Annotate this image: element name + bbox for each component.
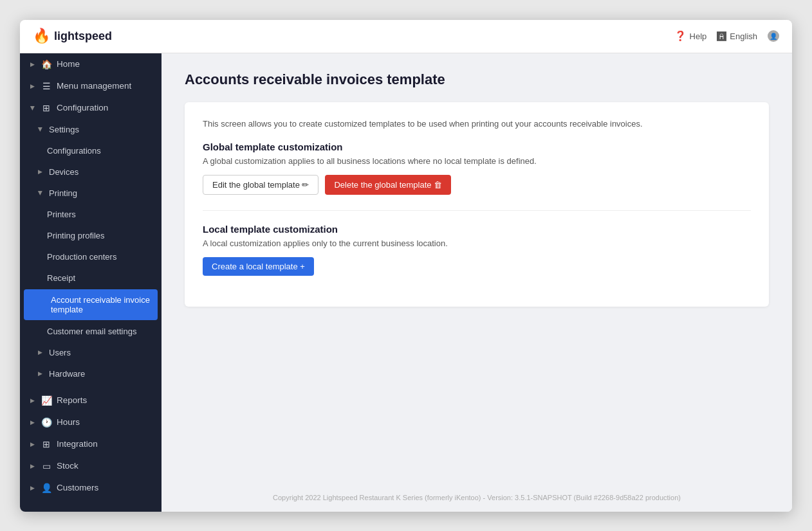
sidebar-item-hours[interactable]: ▶ 🕐 Hours (20, 411, 161, 433)
logo-icon: 🔥 (33, 28, 50, 44)
reports-icon: 📈 (41, 395, 51, 406)
chevron-stock: ▶ (30, 463, 35, 469)
sidebar-item-printing-profiles[interactable]: Printing profiles (20, 225, 161, 246)
sidebar-item-printers[interactable]: Printers (20, 204, 161, 225)
page-title: Accounts receivable invoices template (185, 71, 769, 88)
help-label: Help (690, 32, 707, 41)
content: Accounts receivable invoices template Th… (161, 53, 792, 512)
language-button[interactable]: 🅰 English (717, 31, 757, 42)
help-icon: ❓ (674, 30, 687, 42)
sidebar-item-menu-management[interactable]: ▶ ☰ Menu management (20, 75, 161, 97)
sidebar-label-config: Configuration (57, 103, 108, 113)
create-local-template-button[interactable]: Create a local template + (203, 257, 314, 276)
logo: 🔥 lightspeed (33, 28, 112, 44)
sidebar-label-customer-email: Customer email settings (47, 327, 136, 336)
local-desc: A local customization applies only to th… (203, 239, 751, 248)
sidebar-label-integration: Integration (57, 439, 98, 449)
user-button[interactable]: 👤 (768, 30, 779, 42)
local-btn-row: Create a local template + (203, 257, 751, 276)
chevron-home: ▶ (30, 61, 35, 68)
user-icon: 👤 (768, 30, 779, 42)
stock-icon: ▭ (41, 461, 51, 471)
copyright-text: Copyright 2022 Lightspeed Restaurant K S… (273, 494, 681, 501)
chevron-devices: ▶ (38, 168, 42, 175)
chevron-settings: ▶ (37, 127, 44, 132)
sidebar-label-printing-profiles: Printing profiles (47, 231, 105, 240)
config-icon: ⊞ (41, 103, 51, 113)
sidebar-item-customer-email[interactable]: Customer email settings (20, 321, 161, 342)
sidebar-item-receipt[interactable]: Receipt (20, 267, 161, 289)
sidebar-label-printers: Printers (47, 210, 76, 219)
sidebar-label-receipt: Receipt (47, 273, 75, 283)
sidebar-item-account-receivable[interactable]: Account receivable invoice template (24, 289, 158, 320)
card-intro: This screen allows you to create customi… (203, 118, 751, 130)
delete-global-template-button[interactable]: Delete the global template 🗑 (325, 175, 451, 195)
sidebar-item-devices[interactable]: ▶ Devices (20, 161, 161, 183)
sidebar-label-menu: Menu management (57, 81, 131, 91)
language-icon: 🅰 (717, 31, 726, 42)
home-icon: 🏠 (41, 59, 51, 69)
local-title: Local template customization (203, 224, 751, 235)
integration-icon: ⊞ (41, 439, 51, 449)
global-section: Global template customization A global c… (203, 141, 751, 195)
main-card: This screen allows you to create customi… (185, 102, 769, 307)
chevron-menu: ▶ (30, 83, 35, 89)
sidebar-label-reports: Reports (57, 395, 87, 405)
help-button[interactable]: ❓ Help (674, 30, 707, 42)
sidebar-item-home[interactable]: ▶ 🏠 Home (20, 53, 161, 75)
global-title: Global template customization (203, 141, 751, 152)
chevron-users: ▶ (38, 349, 42, 356)
sidebar-label-devices: Devices (49, 167, 78, 177)
hours-icon: 🕐 (41, 417, 51, 428)
sidebar-label-configurations: Configurations (47, 146, 101, 156)
global-desc: A global customization applies to all bu… (203, 156, 751, 166)
topbar-right: ❓ Help 🅰 English 👤 (674, 30, 779, 42)
section-divider (203, 210, 751, 211)
sidebar-label-users: Users (49, 348, 71, 357)
chevron-hardware: ▶ (38, 370, 42, 377)
language-label: English (730, 32, 757, 41)
sidebar-item-settings[interactable]: ▶ Settings (20, 119, 161, 140)
sidebar-label-hardware: Hardware (49, 369, 85, 379)
sidebar-label-settings: Settings (49, 125, 79, 134)
chevron-customers: ▶ (30, 485, 35, 491)
sidebar-item-production-centers[interactable]: Production centers (20, 246, 161, 267)
sidebar-label-customers: Customers (57, 483, 98, 492)
footer: Copyright 2022 Lightspeed Restaurant K S… (161, 483, 792, 512)
topbar: 🔥 lightspeed ❓ Help 🅰 English 👤 (20, 20, 792, 53)
sidebar-item-configuration[interactable]: ▶ ⊞ Configuration (20, 97, 161, 119)
sidebar-item-hardware[interactable]: ▶ Hardware (20, 363, 161, 384)
edit-global-template-button[interactable]: Edit the global template ✏ (203, 175, 318, 195)
chevron-printing: ▶ (37, 191, 44, 195)
customers-icon: 👤 (41, 483, 51, 493)
sidebar-item-printing[interactable]: ▶ Printing (20, 183, 161, 204)
sidebar-label-hours: Hours (57, 417, 80, 427)
main-layout: ▶ 🏠 Home ▶ ☰ Menu management ▶ ⊞ Configu… (20, 53, 792, 512)
chevron-integration: ▶ (30, 441, 35, 447)
sidebar-label-account-receivable: Account receivable invoice template (51, 295, 151, 314)
chevron-config: ▶ (30, 105, 36, 110)
sidebar-item-stock[interactable]: ▶ ▭ Stock (20, 455, 161, 477)
sidebar-label-production-centers: Production centers (47, 252, 116, 262)
sidebar-item-configurations[interactable]: Configurations (20, 140, 161, 161)
sidebar-item-customers[interactable]: ▶ 👤 Customers (20, 477, 161, 499)
chevron-reports: ▶ (30, 397, 35, 404)
logo-text: lightspeed (54, 30, 112, 43)
global-btn-row: Edit the global template ✏ Delete the gl… (203, 175, 751, 195)
sidebar: ▶ 🏠 Home ▶ ☰ Menu management ▶ ⊞ Configu… (20, 53, 161, 512)
sidebar-label-home: Home (57, 59, 80, 69)
menu-icon: ☰ (41, 81, 51, 91)
sidebar-item-reports[interactable]: ▶ 📈 Reports (20, 390, 161, 411)
sidebar-label-stock: Stock (57, 461, 78, 471)
chevron-hours: ▶ (30, 419, 35, 426)
local-section: Local template customization A local cus… (203, 224, 751, 276)
sidebar-item-integration[interactable]: ▶ ⊞ Integration (20, 433, 161, 455)
sidebar-label-printing: Printing (49, 188, 77, 198)
sidebar-item-users[interactable]: ▶ Users (20, 342, 161, 363)
